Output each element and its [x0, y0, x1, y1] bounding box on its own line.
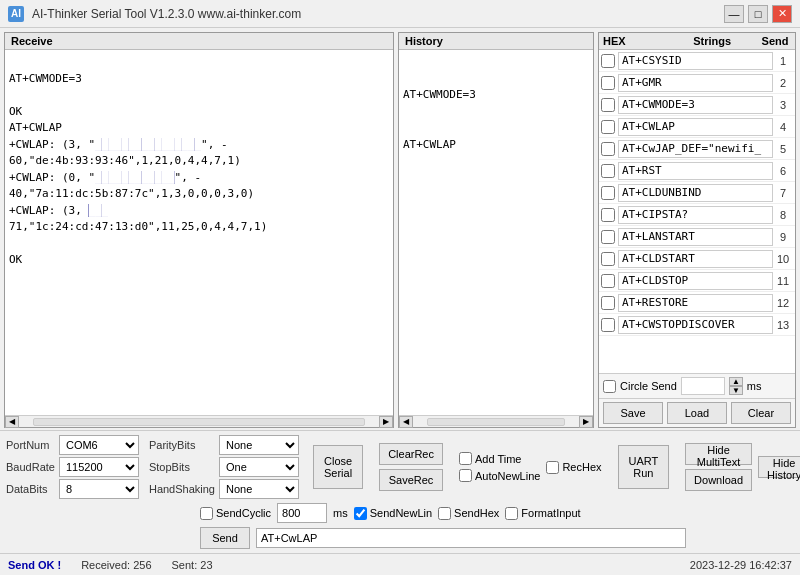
parity-select[interactable]: None: [219, 435, 299, 455]
circle-send-ms-input[interactable]: 500: [681, 377, 725, 395]
baud-select[interactable]: 115200: [59, 457, 139, 477]
mt-check-9[interactable]: [601, 230, 615, 244]
scroll-left-arrow[interactable]: ◀: [5, 416, 19, 428]
clear-button[interactable]: Clear: [731, 402, 791, 424]
hist-scroll-track[interactable]: [427, 418, 565, 426]
mt-check-13[interactable]: [601, 318, 615, 332]
mt-input-2[interactable]: [618, 74, 773, 92]
circle-send-checkbox[interactable]: [603, 380, 616, 393]
save-rec-button[interactable]: SaveRec: [379, 469, 443, 491]
mt-send-3[interactable]: 3: [773, 99, 793, 111]
save-button[interactable]: Save: [603, 402, 663, 424]
stop-select[interactable]: One: [219, 457, 299, 477]
clear-rec-button[interactable]: ClearRec: [379, 443, 443, 465]
mt-send-2[interactable]: 2: [773, 77, 793, 89]
hide-multitext-button[interactable]: Hide MultiText: [685, 443, 752, 465]
hide-history-button[interactable]: Hide History: [758, 456, 800, 478]
mt-input-3[interactable]: [618, 96, 773, 114]
receive-scrollbar-h[interactable]: ◀ ▶: [5, 415, 393, 427]
mt-input-5[interactable]: [618, 140, 773, 158]
send-newline-checkbox[interactable]: [354, 507, 367, 520]
data-select[interactable]: 8: [59, 479, 139, 499]
mt-col-send-label: Send: [759, 35, 791, 47]
send-button[interactable]: Send: [200, 527, 250, 549]
mt-input-10[interactable]: [618, 250, 773, 268]
mt-input-9[interactable]: [618, 228, 773, 246]
baud-label: BaudRate: [6, 457, 55, 477]
history-item[interactable]: AT+CWLAP: [403, 137, 589, 154]
mt-row-2: 2: [599, 72, 795, 94]
hist-scroll-right[interactable]: ▶: [579, 416, 593, 428]
mt-check-7[interactable]: [601, 186, 615, 200]
mt-input-12[interactable]: [618, 294, 773, 312]
close-button[interactable]: ✕: [772, 5, 792, 23]
mt-check-2[interactable]: [601, 76, 615, 90]
uart-run-button[interactable]: UART Run: [618, 445, 670, 489]
auto-newline-label: AutoNewLine: [475, 470, 540, 482]
app-title: AI-Thinker Serial Tool V1.2.3.0 www.ai-t…: [32, 7, 301, 21]
hand-select[interactable]: None: [219, 479, 299, 499]
mt-check-1[interactable]: [601, 54, 615, 68]
maximize-button[interactable]: □: [748, 5, 768, 23]
scroll-track[interactable]: [33, 418, 365, 426]
receive-text: AT+CWMODE=3 OK AT+CWLAP +CWLAP: (3, "███…: [9, 72, 267, 267]
rec-hex-checkbox[interactable]: [546, 461, 559, 474]
spin-down-btn[interactable]: ▼: [729, 386, 743, 395]
rec-hex-label: RecHex: [562, 461, 601, 473]
add-time-checkbox[interactable]: [459, 452, 472, 465]
mt-input-6[interactable]: [618, 162, 773, 180]
auto-newline-checkbox[interactable]: [459, 469, 472, 482]
ctrl-row2: SendCyclic ms SendNewLin SendHex FormatI…: [6, 503, 794, 523]
mt-check-6[interactable]: [601, 164, 615, 178]
receive-body[interactable]: AT+CWMODE=3 OK AT+CWLAP +CWLAP: (3, "███…: [5, 50, 393, 415]
mt-input-13[interactable]: [618, 316, 773, 334]
load-button[interactable]: Load: [667, 402, 727, 424]
mt-input-4[interactable]: [618, 118, 773, 136]
minimize-button[interactable]: —: [724, 5, 744, 23]
close-serial-button[interactable]: Close Serial: [313, 445, 363, 489]
mt-input-8[interactable]: [618, 206, 773, 224]
mt-send-1[interactable]: 1: [773, 55, 793, 67]
mt-row-4: 4: [599, 116, 795, 138]
mt-send-8[interactable]: 8: [773, 209, 793, 221]
mt-send-6[interactable]: 6: [773, 165, 793, 177]
mt-send-11[interactable]: 11: [773, 275, 793, 287]
send-cyclic-checkbox[interactable]: [200, 507, 213, 520]
settings-grid: PortNum COM6 BaudRate 115200 DataBits 8: [6, 435, 139, 499]
title-bar-left: AI AI-Thinker Serial Tool V1.2.3.0 www.a…: [8, 6, 301, 22]
mt-send-10[interactable]: 10: [773, 253, 793, 265]
send-input[interactable]: [256, 528, 686, 548]
mt-check-5[interactable]: [601, 142, 615, 156]
mt-input-7[interactable]: [618, 184, 773, 202]
send-hex-checkbox[interactable]: [438, 507, 451, 520]
mt-send-9[interactable]: 9: [773, 231, 793, 243]
mt-send-7[interactable]: 7: [773, 187, 793, 199]
port-select[interactable]: COM6: [59, 435, 139, 455]
mt-check-10[interactable]: [601, 252, 615, 266]
mt-send-12[interactable]: 12: [773, 297, 793, 309]
send-newline-row: SendNewLin: [354, 507, 432, 520]
mt-send-5[interactable]: 5: [773, 143, 793, 155]
mt-input-1[interactable]: [618, 52, 773, 70]
scroll-right-arrow[interactable]: ▶: [379, 416, 393, 428]
history-body[interactable]: AT+CWMODE=3 AT+CWLAP: [399, 50, 593, 415]
mt-check-8[interactable]: [601, 208, 615, 222]
history-item[interactable]: AT+CWMODE=3: [403, 87, 589, 104]
mt-check-12[interactable]: [601, 296, 615, 310]
mt-check-4[interactable]: [601, 120, 615, 134]
mt-check-3[interactable]: [601, 98, 615, 112]
cyclic-ms-input[interactable]: [277, 503, 327, 523]
hist-scroll-left[interactable]: ◀: [399, 416, 413, 428]
app-icon: AI: [8, 6, 24, 22]
format-input-checkbox[interactable]: [505, 507, 518, 520]
mt-send-4[interactable]: 4: [773, 121, 793, 133]
mt-send-13[interactable]: 13: [773, 319, 793, 331]
circle-send-spinner: ▲ ▼: [729, 377, 743, 395]
spin-up-btn[interactable]: ▲: [729, 377, 743, 386]
history-scrollbar-h[interactable]: ◀ ▶: [399, 415, 593, 427]
mt-input-11[interactable]: [618, 272, 773, 290]
multitext-panel: HEX Strings Send 1 2 3: [598, 32, 796, 428]
mt-check-11[interactable]: [601, 274, 615, 288]
sent-status: Sent: 23: [172, 559, 213, 571]
download-button[interactable]: Download: [685, 469, 752, 491]
